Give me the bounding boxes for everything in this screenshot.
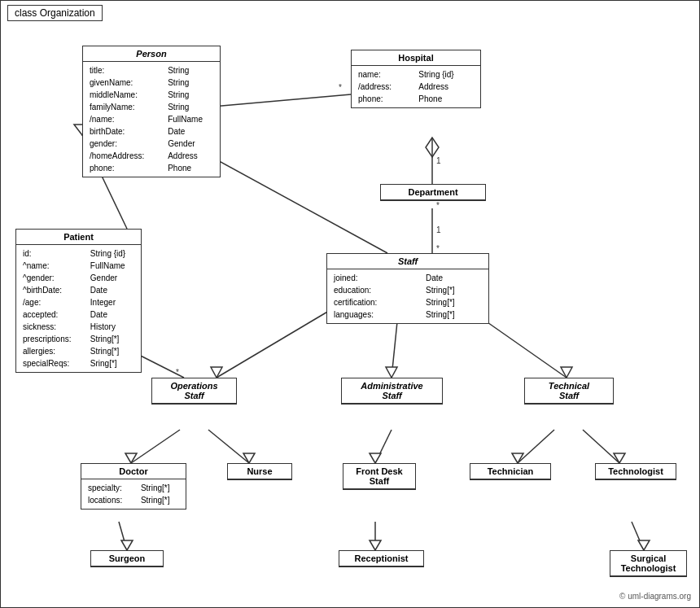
diagram-title: class Organization — [7, 5, 103, 21]
class-nurse-name: Nurse — [228, 464, 291, 479]
svg-text:1: 1 — [436, 225, 441, 234]
class-hospital-attrs: name:String {id} /address:Address phone:… — [352, 66, 480, 107]
svg-marker-28 — [370, 453, 381, 463]
class-technical-staff: TechnicalStaff — [524, 378, 614, 405]
class-surgeon-name: Surgeon — [91, 551, 163, 566]
class-nurse: Nurse — [227, 463, 292, 480]
svg-text:1: 1 — [436, 156, 441, 165]
svg-text:*: * — [339, 83, 342, 92]
class-patient-attrs: id:String {id} ^name:FullName ^gender:Ge… — [16, 245, 141, 372]
class-patient-name: Patient — [16, 230, 141, 245]
class-person: Person title:String givenName:String mid… — [82, 46, 221, 177]
svg-marker-1 — [426, 138, 439, 157]
class-doctor-attrs: specialty:String[*] locations:String[*] — [81, 479, 186, 509]
svg-marker-30 — [512, 453, 523, 463]
class-staff: Staff joined:Date education:String[*] ce… — [326, 253, 489, 324]
copyright: © uml-diagrams.org — [619, 592, 691, 601]
class-operations-staff: OperationsStaff — [151, 378, 237, 405]
diagram-container: class Organization 1 * 1 * * * * * — [0, 0, 700, 608]
class-technologist: Technologist — [595, 463, 676, 480]
svg-line-29 — [518, 430, 554, 463]
svg-marker-22 — [561, 367, 572, 378]
svg-marker-36 — [370, 540, 381, 550]
svg-line-33 — [119, 522, 127, 550]
class-person-attrs: title:String givenName:String middleName… — [83, 62, 220, 177]
svg-marker-18 — [211, 367, 222, 378]
svg-marker-38 — [638, 540, 650, 550]
class-technician: Technician — [470, 463, 551, 480]
svg-line-27 — [375, 430, 392, 463]
class-doctor: Doctor specialty:String[*] locations:Str… — [81, 463, 186, 510]
svg-line-23 — [131, 430, 180, 463]
svg-text:*: * — [436, 201, 440, 210]
class-administrative-staff-name: AdministrativeStaff — [342, 378, 442, 404]
class-receptionist: Receptionist — [339, 550, 424, 567]
class-patient: Patient id:String {id} ^name:FullName ^g… — [15, 229, 142, 373]
svg-line-25 — [208, 430, 249, 463]
class-staff-name: Staff — [327, 254, 488, 269]
class-surgical-technologist: SurgicalTechnologist — [610, 550, 687, 577]
class-technical-staff-name: TechnicalStaff — [525, 378, 613, 404]
class-technologist-name: Technologist — [596, 464, 676, 479]
class-hospital: Hospital name:String {id} /address:Addre… — [351, 50, 481, 108]
class-department-name: Department — [381, 185, 485, 200]
class-operations-staff-name: OperationsStaff — [152, 378, 236, 404]
class-front-desk-staff: Front DeskStaff — [343, 463, 416, 490]
svg-line-7 — [212, 94, 351, 107]
svg-marker-34 — [121, 540, 133, 550]
class-surgical-technologist-name: SurgicalTechnologist — [610, 551, 686, 576]
class-doctor-name: Doctor — [81, 464, 186, 479]
class-technician-name: Technician — [470, 464, 550, 479]
class-staff-attrs: joined:Date education:String[*] certific… — [327, 269, 488, 323]
class-department: Department — [380, 184, 486, 201]
svg-marker-20 — [386, 367, 397, 378]
svg-line-31 — [583, 430, 619, 463]
class-person-name: Person — [83, 46, 220, 62]
svg-line-37 — [632, 522, 644, 550]
svg-marker-32 — [614, 453, 625, 463]
class-hospital-name: Hospital — [352, 50, 480, 66]
class-surgeon: Surgeon — [90, 550, 164, 567]
svg-text:*: * — [176, 368, 179, 377]
svg-marker-26 — [243, 453, 255, 463]
svg-marker-24 — [125, 453, 137, 463]
class-receptionist-name: Receptionist — [339, 551, 423, 566]
class-administrative-staff: AdministrativeStaff — [341, 378, 443, 405]
svg-text:*: * — [436, 244, 440, 253]
class-front-desk-staff-name: Front DeskStaff — [343, 464, 415, 489]
